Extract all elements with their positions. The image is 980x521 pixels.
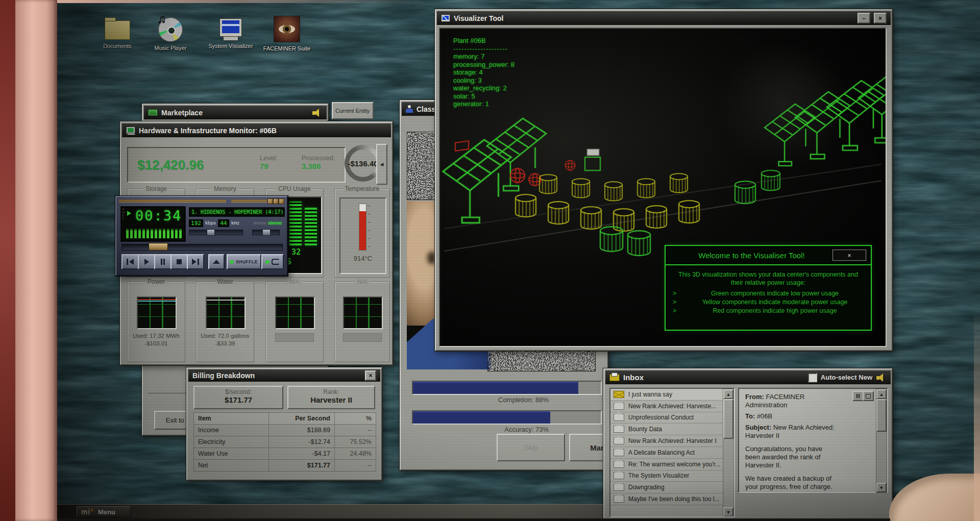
clutterbar[interactable]: OAIDV (122, 208, 125, 220)
dialog-bullet: >Red components indicate high power usag… (673, 307, 864, 315)
billing-table: Item Per Second % Income $188.69 -- Elec… (193, 412, 376, 472)
inbox-item[interactable]: Bounty Data (610, 424, 724, 435)
close-icon[interactable]: × (365, 370, 376, 381)
seek-bar[interactable] (121, 244, 283, 251)
dialog-close-button[interactable]: × (832, 250, 866, 261)
envelope-open-icon (614, 461, 624, 468)
icon-label: Documents (89, 43, 146, 49)
visualizer-icon (441, 14, 450, 22)
billing-title: Billing Breakdown (192, 371, 255, 380)
inbox-item-subject: I just wanna say (628, 391, 722, 398)
tab-label: Current Entity (335, 108, 370, 114)
bullet-text: Yellow components indicate moderate powe… (686, 298, 864, 306)
minimize-icon[interactable] (267, 199, 273, 204)
power-graph (137, 296, 177, 329)
from-value: FACEMINER (766, 393, 804, 401)
visualizer-titlebar[interactable]: Visualizer Tool – × (437, 11, 891, 25)
paragraph-gap (745, 469, 842, 475)
desktop-icon-faceminer-suite[interactable]: FACEMINER Suite (258, 14, 315, 52)
menu-label: Menu (98, 508, 115, 516)
shuffle-label: SHUFFLE (236, 259, 258, 264)
shade-icon[interactable] (273, 199, 279, 204)
popout-icon[interactable] (863, 391, 874, 401)
envelope-closed-icon (614, 391, 624, 398)
message-body-line: Congratulations, you have (745, 445, 842, 453)
play-button[interactable] (138, 254, 155, 269)
auto-select-label: Auto-select New (821, 374, 872, 381)
envelope-open-icon (614, 437, 624, 444)
pause-notifications-icon[interactable] (852, 391, 864, 401)
inbox-item[interactable]: Unprofessional Conduct (610, 412, 724, 424)
inbox-item[interactable]: Downgrading (610, 482, 724, 493)
visualizer-window: Visualizer Tool – × Plant #06B ---------… (435, 9, 893, 351)
speaker-icon[interactable] (876, 373, 887, 382)
inbox-item-subject: Downgrading (628, 484, 722, 491)
collapse-arrow-button[interactable]: ◀ (376, 144, 387, 185)
inbox-item[interactable]: A Delicate Balancing Act (610, 447, 724, 459)
monitor-titlebar[interactable]: Hardware & Infrastructure Monitor: #06B (122, 123, 391, 137)
billing-titlebar[interactable]: Billing Breakdown × (188, 369, 380, 382)
skip-button[interactable]: Skip (497, 434, 565, 461)
level-value: 79 (260, 162, 278, 170)
stop-button[interactable] (170, 254, 188, 269)
inbox-item[interactable]: The System Visualizer (610, 470, 724, 482)
inbox-titlebar[interactable]: Inbox Auto-select New (605, 370, 891, 384)
level-block: Level: 79 (260, 154, 278, 170)
desktop-icon-system-visualizer[interactable]: System Visualizer (202, 15, 259, 49)
desktop-icon-documents[interactable]: Documents (89, 15, 146, 49)
cash-icon (148, 109, 158, 116)
dialog-intro-1: This 3D visualization shows your data ce… (673, 270, 864, 279)
na-graph (343, 296, 383, 329)
scroll-down-icon[interactable]: ▼ (723, 507, 733, 517)
previous-button[interactable] (121, 254, 139, 269)
volume-slider[interactable] (189, 230, 243, 235)
scroll-up-icon[interactable]: ▲ (876, 389, 887, 399)
person-icon (406, 105, 413, 113)
track-title-marquee[interactable]: 1. HIDDENOS - HOPEMINER (4:17) (189, 207, 285, 217)
mono-indicator: mono (253, 220, 266, 226)
monitor-bezel-left-dark (0, 0, 15, 521)
dialog-bullets: >Green components indicate low power usa… (673, 289, 864, 315)
message-scrollbar[interactable]: ▲ ▼ (876, 389, 887, 493)
next-button[interactable] (187, 254, 204, 269)
scrollbar-thumb[interactable] (876, 399, 887, 432)
dialog-bullet: >Yellow components indicate moderate pow… (673, 298, 864, 306)
completion-progressbar (412, 381, 602, 395)
scrollbar-thumb[interactable] (723, 399, 733, 439)
inbox-item[interactable]: New Rank Achieved: Harvester I (610, 435, 724, 447)
rank-box: Rank: Harvester II (287, 386, 375, 409)
auto-select-checkbox[interactable] (808, 373, 817, 382)
from-value-2: Administration (745, 401, 842, 409)
minimize-icon[interactable]: – (857, 13, 870, 23)
scroll-down-icon[interactable]: ▼ (876, 483, 887, 492)
billing-window: Billing Breakdown × $/second: $171.77 Ra… (186, 367, 382, 481)
spectrum-analyzer (126, 228, 182, 238)
envelope-open-icon (614, 484, 624, 491)
mail-list-scrollbar[interactable]: ▲ ▼ (723, 389, 734, 517)
dialog-bullet: >Green components indicate low power usa… (673, 289, 864, 297)
close-icon[interactable] (279, 199, 284, 204)
crt-screen-photo: Documents Music Player System Visualizer… (0, 0, 980, 521)
menu-button[interactable]: mi° Menu (77, 506, 131, 517)
inbox-item[interactable]: Re: The warmest welcome you'r... (610, 459, 724, 470)
balance-slider[interactable] (252, 230, 280, 235)
seek-thumb[interactable] (149, 243, 168, 251)
folder-icon (105, 20, 130, 40)
tab-current-entity[interactable]: Current Entity (332, 102, 374, 119)
speaker-icon[interactable] (312, 108, 323, 117)
pause-button[interactable] (154, 254, 172, 269)
inbox-item[interactable]: I just wanna say (610, 389, 724, 401)
visualizer-canvas[interactable]: Plant #06B -------------------- memory: … (439, 28, 887, 347)
scroll-up-icon[interactable]: ▲ (723, 389, 733, 399)
thermometer-panel: 914°C (339, 197, 386, 274)
player-titlebar[interactable] (118, 198, 285, 204)
eject-button[interactable] (208, 254, 225, 269)
desktop-icon-music-player[interactable]: Music Player (142, 15, 199, 52)
monitor-bezel-top (57, 0, 430, 3)
inbox-item[interactable]: Maybe I've been doing this too l... (610, 493, 724, 505)
marketplace-titlebar[interactable]: Marketplace (144, 106, 327, 119)
close-icon[interactable]: × (874, 13, 887, 23)
repeat-toggle[interactable] (261, 254, 284, 269)
inbox-item[interactable]: New Rank Achieved: Harveste... (610, 401, 724, 412)
shuffle-toggle[interactable]: SHUFFLE (227, 254, 261, 269)
